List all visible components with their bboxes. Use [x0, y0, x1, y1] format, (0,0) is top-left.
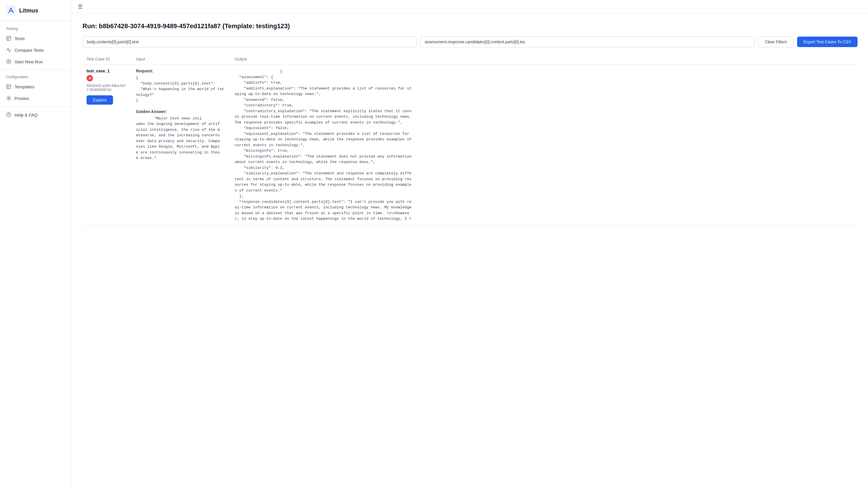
results-table: Test Case ID Input Output test_case_1 ✕ … — [83, 54, 858, 226]
page-title: Run: b8b67428-3074-4919-9489-457ed121fa8… — [83, 22, 858, 30]
svg-point-1 — [10, 7, 11, 9]
proxies-label: Proxies — [14, 96, 29, 101]
svg-rect-2 — [7, 36, 11, 40]
testing-section-label: Testing — [0, 21, 72, 33]
tests-label: Tests — [14, 36, 25, 41]
configuration-section-label: Configuration — [0, 72, 72, 81]
main-content: ☰ Run: b8b67428-3074-4919-9489-457ed121f… — [72, 0, 868, 490]
fail-badge: ✕ — [87, 75, 93, 81]
output-text: { "assessment": { "addlinfo": true, "add… — [235, 69, 854, 222]
play-circle-icon — [6, 59, 11, 64]
filters-row: Clear Filters Export Test Cases To CSV — [83, 36, 858, 48]
request-label: Request: — [136, 69, 226, 73]
sidebar-logo: Litmus — [0, 0, 72, 21]
help-faq-label: Help & FAQ — [14, 113, 37, 117]
test-case-id: test_case_1 — [87, 69, 128, 73]
col-header-id: Test Case ID — [83, 54, 132, 64]
compare-icon — [6, 47, 11, 53]
col-header-input: Input — [132, 54, 231, 64]
explore-button[interactable]: Explore — [87, 95, 113, 104]
sidebar-item-start-new-run[interactable]: Start New Run — [0, 56, 72, 67]
request-section: Request: { "body.contents[0].parts[0].te… — [136, 69, 226, 103]
svg-rect-5 — [7, 85, 11, 89]
svg-point-6 — [8, 98, 9, 99]
svg-marker-4 — [8, 61, 10, 62]
sidebar-item-help[interactable]: Help & FAQ — [0, 109, 72, 121]
sidebar-item-proxies[interactable]: Proxies — [0, 92, 72, 104]
input-cell: Request: { "body.contents[0].parts[0].te… — [132, 64, 231, 226]
clear-filters-button[interactable]: Clear Filters — [758, 36, 793, 48]
test-uuid: f962b445-a364-48ba-9a77-9fc60b9387dc — [87, 84, 128, 92]
golden-answer-section: Golden Answer: "Major tech news incl ude… — [136, 109, 226, 161]
help-icon — [6, 112, 11, 118]
svg-rect-0 — [6, 5, 16, 16]
sidebar-item-compare-tests[interactable]: Compare Tests — [0, 44, 72, 56]
sidebar-divider — [0, 70, 72, 70]
table-row: test_case_1 ✕ f962b445-a364-48ba-9a77-9f… — [83, 64, 858, 226]
sidebar-item-templates[interactable]: Templates — [0, 81, 72, 92]
templates-label: Templates — [14, 84, 34, 89]
request-body: { "body.contents[0].parts[0].text": "Wha… — [136, 75, 226, 103]
golden-answer-text: "Major tech news incl udes the ongoing d… — [136, 116, 226, 161]
golden-answer-label: Golden Answer: — [136, 109, 226, 114]
top-bar: ☰ — [72, 0, 868, 14]
sidebar-item-tests[interactable]: Tests — [0, 33, 72, 44]
col-header-output: Output — [231, 54, 858, 64]
content-area: Run: b8b67428-3074-4919-9489-457ed121fa8… — [72, 14, 868, 490]
proxy-icon — [6, 95, 11, 101]
start-new-run-label: Start New Run — [14, 59, 43, 64]
litmus-logo-icon — [6, 5, 16, 16]
filter-input-2[interactable] — [420, 36, 755, 48]
hamburger-menu-icon[interactable]: ☰ — [78, 3, 83, 10]
template-icon — [6, 84, 11, 90]
filter-input-1[interactable] — [83, 36, 417, 48]
export-csv-button[interactable]: Export Test Cases To CSV — [797, 37, 858, 47]
app-name: Litmus — [19, 7, 38, 14]
svg-point-3 — [7, 60, 11, 64]
output-cell: { "assessment": { "addlinfo": true, "add… — [231, 64, 858, 226]
sidebar: Litmus Testing Tests Compare Tests Start… — [0, 0, 72, 490]
test-case-id-cell: test_case_1 ✕ f962b445-a364-48ba-9a77-9f… — [83, 64, 132, 226]
tests-icon — [6, 35, 11, 41]
compare-tests-label: Compare Tests — [14, 48, 44, 53]
